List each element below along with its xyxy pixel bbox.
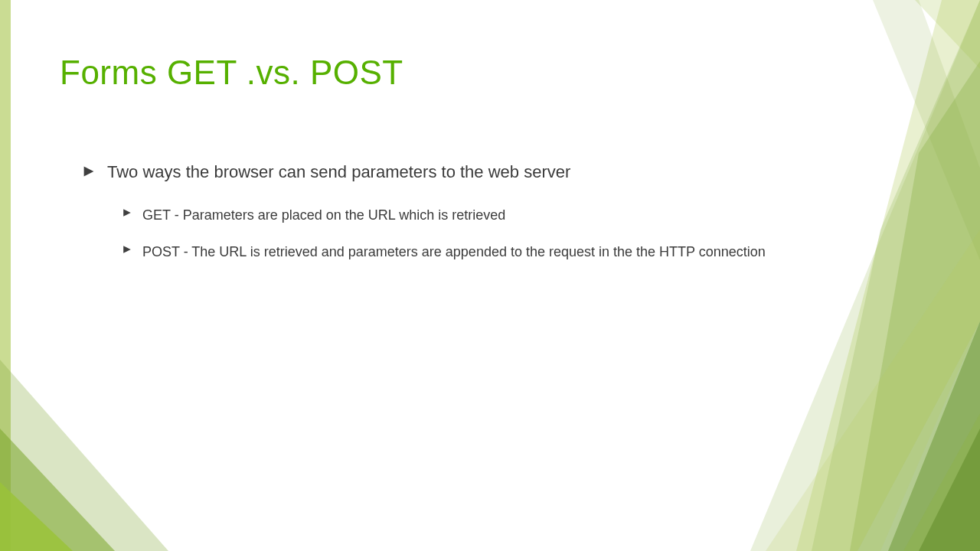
- svg-marker-1: [0, 360, 168, 551]
- arrow-right-icon: [122, 245, 132, 254]
- svg-marker-10: [842, 413, 980, 551]
- svg-marker-2: [0, 429, 115, 551]
- arrow-right-icon: [122, 208, 132, 217]
- bullet-level1: Two ways the browser can send parameters…: [83, 161, 934, 184]
- svg-marker-0: [0, 0, 11, 551]
- svg-marker-8: [888, 321, 980, 551]
- svg-marker-9: [919, 429, 980, 551]
- svg-marker-14: [84, 167, 94, 177]
- bullet-text: POST - The URL is retrieved and paramete…: [142, 242, 766, 262]
- svg-marker-16: [123, 246, 131, 253]
- svg-marker-3: [0, 482, 73, 551]
- arrow-right-icon: [83, 165, 95, 178]
- bullet-text: Two ways the browser can send parameters…: [107, 161, 570, 184]
- bullet-text: GET - Parameters are placed on the URL w…: [142, 205, 505, 225]
- svg-marker-12: [915, 0, 980, 69]
- bullet-level2: POST - The URL is retrieved and paramete…: [122, 242, 934, 262]
- svg-marker-15: [123, 209, 131, 217]
- slide-content: Two ways the browser can send parameters…: [83, 161, 934, 279]
- slide: Forms GET .vs. POST Two ways the browser…: [0, 0, 980, 551]
- slide-title: Forms GET .vs. POST: [60, 54, 403, 92]
- sub-bullets: GET - Parameters are placed on the URL w…: [122, 205, 934, 262]
- svg-marker-6: [850, 61, 980, 551]
- bullet-level2: GET - Parameters are placed on the URL w…: [122, 205, 934, 225]
